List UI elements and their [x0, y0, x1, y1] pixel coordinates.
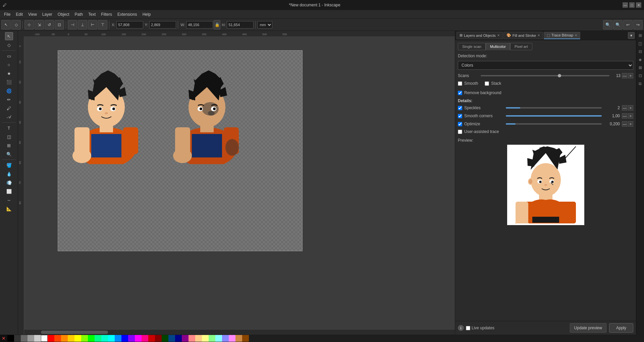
canvas-area[interactable]: -100 -50 0 50 100 150 200 250 300 350 40…: [18, 31, 455, 335]
right-icon-1[interactable]: ⊞: [637, 32, 644, 39]
scans-increment[interactable]: +: [628, 73, 633, 78]
menu-edit[interactable]: Edit: [13, 11, 25, 17]
optimize-increment[interactable]: +: [628, 121, 633, 127]
minimize-button[interactable]: —: [623, 2, 628, 8]
color-swatch-orange[interactable]: [61, 335, 68, 342]
transform-skew[interactable]: ⊡: [55, 20, 64, 29]
menu-extensions[interactable]: Extensions: [115, 11, 140, 17]
right-icon-6[interactable]: ⊡: [637, 72, 644, 79]
color-swatch-purple[interactable]: [182, 335, 189, 342]
right-icon-3[interactable]: ⊟: [637, 48, 644, 55]
align-left-edge[interactable]: ⊣: [68, 20, 77, 29]
color-swatch-yellow-orange[interactable]: [68, 335, 74, 342]
menu-text[interactable]: Text: [86, 11, 98, 17]
tool-rect[interactable]: ▭: [5, 52, 13, 60]
scans-slider[interactable]: [481, 75, 609, 76]
color-swatch-black[interactable]: [7, 335, 14, 342]
undo[interactable]: ↩: [623, 20, 633, 29]
canvas-viewport[interactable]: [24, 37, 455, 329]
color-swatch-dark-brown[interactable]: [242, 335, 249, 342]
update-preview-button[interactable]: Update preview: [570, 323, 606, 333]
zoom-out[interactable]: 🔍: [613, 20, 623, 29]
optimize-decrement[interactable]: —: [622, 121, 627, 127]
scans-decrement[interactable]: —: [622, 73, 627, 78]
color-swatch-light-magenta[interactable]: [229, 335, 235, 342]
tool-select[interactable]: ↖: [1, 20, 11, 29]
speckles-increment[interactable]: +: [628, 105, 633, 111]
smooth-corners-increment[interactable]: +: [628, 113, 633, 119]
speckles-checkbox[interactable]: [458, 106, 462, 110]
y-input[interactable]: 2,869: [149, 21, 176, 28]
smooth-corners-slider[interactable]: [506, 115, 602, 117]
color-swatch-green[interactable]: [88, 335, 95, 342]
tool-spiral[interactable]: 🌀: [5, 87, 13, 95]
color-swatch-light[interactable]: [28, 335, 34, 342]
unit-select[interactable]: mmpxcmin: [257, 21, 272, 28]
tab-fill-stroke[interactable]: 🎨 Fill and Stroke ✕: [503, 32, 543, 39]
smooth-corners-checkbox[interactable]: [458, 114, 462, 118]
tool-select-arrow[interactable]: ↖: [5, 32, 13, 40]
tool-calligraphy[interactable]: 𝒜: [5, 113, 13, 121]
tool-spray[interactable]: 💨: [5, 179, 13, 187]
zoom-in[interactable]: 🔍: [603, 20, 612, 29]
info-icon[interactable]: ℹ: [458, 325, 464, 331]
color-swatch-light-cyan[interactable]: [215, 335, 222, 342]
color-swatch-peach[interactable]: [195, 335, 202, 342]
tool-text[interactable]: T: [5, 124, 13, 132]
color-swatch-maroon[interactable]: [155, 335, 162, 342]
tool-mesh[interactable]: ⊞: [5, 141, 13, 149]
color-swatch-light-yellow[interactable]: [202, 335, 209, 342]
no-color-swatch[interactable]: ✕: [0, 335, 7, 342]
tool-pencil[interactable]: ✏: [5, 95, 13, 104]
subtab-pixel-art[interactable]: Pixel art: [510, 43, 532, 50]
right-icon-4[interactable]: ◈: [637, 56, 644, 63]
color-swatch-yellow-green[interactable]: [81, 335, 88, 342]
w-input[interactable]: 48,156: [186, 21, 213, 28]
optimize-checkbox[interactable]: [458, 122, 462, 126]
color-swatch-lighter[interactable]: [34, 335, 41, 342]
tool-zoom[interactable]: 🔍: [5, 150, 13, 158]
color-swatch-dark-red[interactable]: [148, 335, 155, 342]
align-center-h[interactable]: ⊥: [78, 20, 87, 29]
speckles-decrement[interactable]: —: [622, 105, 627, 111]
smooth-checkbox[interactable]: [458, 81, 462, 86]
tab-trace-close[interactable]: ✕: [575, 33, 577, 37]
close-button[interactable]: ✕: [636, 2, 641, 8]
color-swatch-navy[interactable]: [175, 335, 182, 342]
apply-button[interactable]: Apply: [609, 323, 633, 333]
color-swatch-dark-blue[interactable]: [168, 335, 175, 342]
lock-proportions[interactable]: 🔒: [214, 20, 220, 29]
tool-circle[interactable]: ○: [5, 61, 13, 69]
color-swatch-white[interactable]: [41, 335, 48, 342]
align-right-edge[interactable]: ⊢: [88, 20, 97, 29]
tab-trace-bitmap[interactable]: ⬚ Trace Bitmap ✕: [544, 32, 580, 39]
tool-connector[interactable]: ↔: [5, 196, 13, 204]
redo[interactable]: ↪: [633, 20, 643, 29]
remove-bg-checkbox[interactable]: [458, 91, 462, 95]
tool-star[interactable]: ★: [5, 69, 13, 77]
smooth-corners-decrement[interactable]: —: [622, 113, 627, 119]
scrollbar-thumb[interactable]: [41, 331, 108, 334]
user-assisted-checkbox[interactable]: [458, 130, 462, 134]
tool-3dbox[interactable]: ⬛: [5, 78, 13, 86]
color-swatch-light-red[interactable]: [189, 335, 195, 342]
tool-measure[interactable]: 📐: [5, 205, 13, 213]
detection-mode-select[interactable]: Colors Grays Brightness Edges Cutouts: [458, 61, 633, 70]
optimize-slider[interactable]: [506, 123, 602, 125]
tab-layers-close[interactable]: ✕: [497, 33, 500, 37]
right-icon-7[interactable]: ⧉: [637, 80, 644, 87]
menu-help[interactable]: Help: [140, 11, 154, 17]
right-icon-2[interactable]: ◫: [637, 40, 644, 47]
tab-layers-objects[interactable]: ⊞ Layers and Objects ✕: [457, 32, 503, 39]
horizontal-scrollbar[interactable]: [24, 329, 455, 335]
color-swatch-green-cyan[interactable]: [95, 335, 101, 342]
color-swatch-blue[interactable]: [121, 335, 128, 342]
tool-pen[interactable]: 🖊: [5, 104, 13, 112]
menu-object[interactable]: Object: [55, 11, 72, 17]
tool-gradient[interactable]: ◫: [5, 133, 13, 141]
color-swatch-yellow[interactable]: [74, 335, 81, 342]
x-input[interactable]: 57,808: [116, 21, 143, 28]
stack-checkbox[interactable]: [485, 81, 489, 86]
color-swatch-orange-red[interactable]: [54, 335, 61, 342]
color-swatch-brown[interactable]: [235, 335, 242, 342]
